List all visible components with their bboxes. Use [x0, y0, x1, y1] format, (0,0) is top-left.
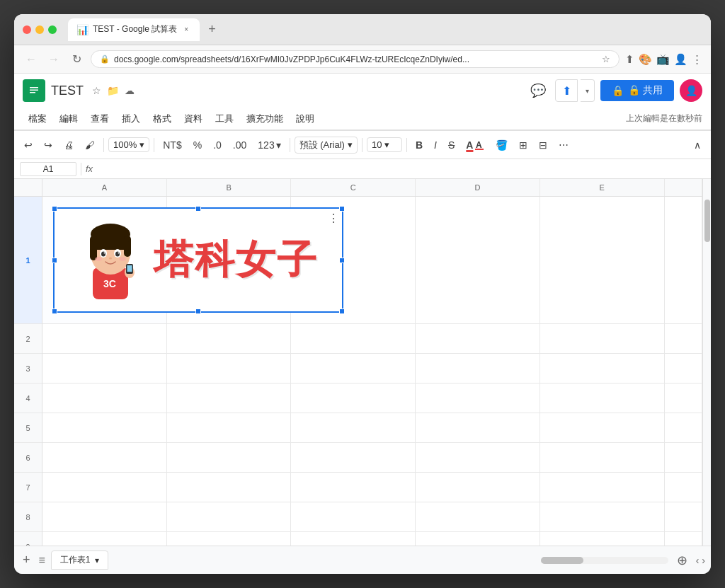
bookmark-icon[interactable]: ☆	[602, 54, 610, 64]
cell-e2[interactable]	[540, 324, 665, 354]
refresh-button[interactable]: ↻	[68, 52, 85, 66]
extensions-icon[interactable]: 🎨	[639, 53, 652, 66]
cell-e3[interactable]	[540, 354, 665, 384]
user-avatar[interactable]: 👤	[680, 79, 702, 102]
merge-cells-button[interactable]: ⊟	[535, 137, 552, 154]
undo-button[interactable]: ↩	[20, 137, 37, 154]
menu-edit[interactable]: 編輯	[54, 110, 84, 128]
cell-d3[interactable]	[416, 354, 540, 384]
collapse-toolbar-button[interactable]: ∧	[690, 137, 705, 154]
tab-close-button[interactable]: ×	[181, 25, 191, 35]
font-color-button[interactable]: A A	[462, 137, 489, 154]
new-tab-button[interactable]: +	[202, 19, 222, 40]
currency-button[interactable]: NT$	[159, 137, 185, 154]
menu-data[interactable]: 資料	[178, 110, 208, 128]
decimal-more-button[interactable]: .00	[229, 137, 251, 154]
col-header-a[interactable]: A	[42, 179, 167, 196]
redo-button[interactable]: ↪	[40, 137, 57, 154]
cell-a2[interactable]	[42, 324, 167, 354]
save-button[interactable]: ⬆	[555, 79, 578, 102]
minimize-traffic-light[interactable]	[35, 25, 44, 34]
add-sheet-button[interactable]: +	[20, 553, 33, 567]
scroll-sheets-right[interactable]: ›	[702, 555, 705, 566]
cell-a3[interactable]	[42, 354, 167, 384]
url-bar[interactable]: 🔒 docs.google.com/spreadsheets/d/16XrFwM…	[91, 50, 620, 68]
row-num-3[interactable]: 3	[14, 354, 42, 384]
bold-button[interactable]: B	[411, 137, 427, 154]
image-options-button[interactable]: ⋮	[328, 212, 339, 225]
sheet-tab-dropdown[interactable]: ▾	[95, 555, 99, 565]
italic-button[interactable]: I	[430, 137, 441, 154]
row-num-8[interactable]: 8	[14, 502, 42, 532]
col-header-b[interactable]: B	[167, 179, 292, 196]
format-number-button[interactable]: 123 ▾	[253, 137, 285, 154]
font-name-select[interactable]: 預設 (Arial) ▾	[295, 137, 358, 154]
row-num-2[interactable]: 2	[14, 324, 42, 354]
cell-a4[interactable]	[42, 384, 167, 413]
chrome-menu-icon[interactable]: ⋮	[692, 53, 702, 66]
strikethrough-button[interactable]: S	[444, 137, 459, 154]
sheet-list-button[interactable]: ≡	[39, 554, 45, 567]
menu-file[interactable]: 檔案	[23, 110, 52, 128]
handle-bottom-middle[interactable]	[195, 309, 201, 314]
handle-top-left[interactable]	[52, 206, 57, 212]
cell-d2[interactable]	[416, 324, 540, 354]
menu-tools[interactable]: 工具	[210, 110, 239, 128]
paint-format-button[interactable]: 🖌	[81, 137, 99, 154]
decimal-less-button[interactable]: .0	[209, 137, 226, 154]
comments-button[interactable]: 💬	[527, 79, 549, 102]
col-header-d[interactable]: D	[416, 179, 540, 196]
maximize-traffic-light[interactable]	[48, 25, 57, 34]
borders-button[interactable]: ⊞	[515, 137, 532, 154]
row-num-5[interactable]: 5	[14, 413, 42, 443]
forward-button[interactable]: →	[45, 53, 62, 66]
embedded-image-box[interactable]: ⋮ 3C	[53, 207, 343, 313]
row-num-7[interactable]: 7	[14, 473, 42, 502]
handle-bottom-left[interactable]	[52, 309, 57, 314]
row-num-1[interactable]: 1	[14, 197, 42, 324]
folder-icon[interactable]: 📁	[107, 85, 119, 96]
handle-middle-left[interactable]	[52, 258, 57, 263]
fill-color-button[interactable]: 🪣	[491, 137, 512, 154]
row-num-9[interactable]: 9	[14, 532, 42, 546]
profile-icon[interactable]: 👤	[674, 53, 687, 66]
h-scrollbar-thumb[interactable]	[541, 557, 583, 564]
cast-icon[interactable]: 📺	[656, 53, 670, 66]
menu-extensions[interactable]: 擴充功能	[241, 110, 289, 128]
star-icon[interactable]: ☆	[92, 85, 101, 96]
menu-view[interactable]: 查看	[85, 110, 115, 128]
active-tab[interactable]: 📊 TEST - Google 試算表 ×	[68, 18, 200, 41]
cell-e1[interactable]	[540, 197, 665, 324]
back-button[interactable]: ←	[23, 53, 40, 66]
handle-top-right[interactable]	[339, 206, 345, 212]
zoom-select[interactable]: 100% ▾	[108, 137, 149, 152]
sheet-tab-1[interactable]: 工作表1 ▾	[51, 550, 108, 570]
row-num-6[interactable]: 6	[14, 443, 42, 473]
more-toolbar-button[interactable]: ⋯	[554, 137, 573, 154]
menu-help[interactable]: 說明	[290, 110, 320, 128]
cell-c3[interactable]	[291, 354, 416, 384]
cell-a1[interactable]: ⋮ 3C	[42, 197, 167, 324]
cell-d1[interactable]	[416, 197, 540, 324]
menu-format[interactable]: 格式	[147, 110, 177, 128]
cell-b3[interactable]	[167, 354, 292, 384]
cell-b2[interactable]	[167, 324, 292, 354]
print-button[interactable]: 🖨	[59, 137, 78, 154]
font-size-select[interactable]: 10 ▾	[367, 137, 402, 152]
cloud-icon[interactable]: ☁	[125, 85, 135, 96]
menu-insert[interactable]: 插入	[116, 110, 146, 128]
col-header-e[interactable]: E	[540, 179, 665, 196]
handle-top-middle[interactable]	[195, 206, 201, 212]
percent-button[interactable]: %	[189, 137, 206, 154]
name-box[interactable]: A1	[20, 162, 76, 176]
share-button[interactable]: 🔒 🔒 共用	[600, 80, 674, 101]
row-num-4[interactable]: 4	[14, 384, 42, 413]
save-dropdown[interactable]: ▾	[581, 79, 595, 102]
spreadsheet-title[interactable]: TEST	[51, 83, 84, 98]
download-icon[interactable]: ⬆	[625, 53, 634, 66]
horizontal-scrollbar[interactable]	[541, 557, 668, 564]
col-header-c[interactable]: C	[291, 179, 416, 196]
scrollbar-thumb[interactable]	[704, 200, 710, 242]
add-to-drive-button[interactable]: ⊕	[674, 553, 690, 568]
scroll-sheets-left[interactable]: ‹	[696, 555, 700, 566]
